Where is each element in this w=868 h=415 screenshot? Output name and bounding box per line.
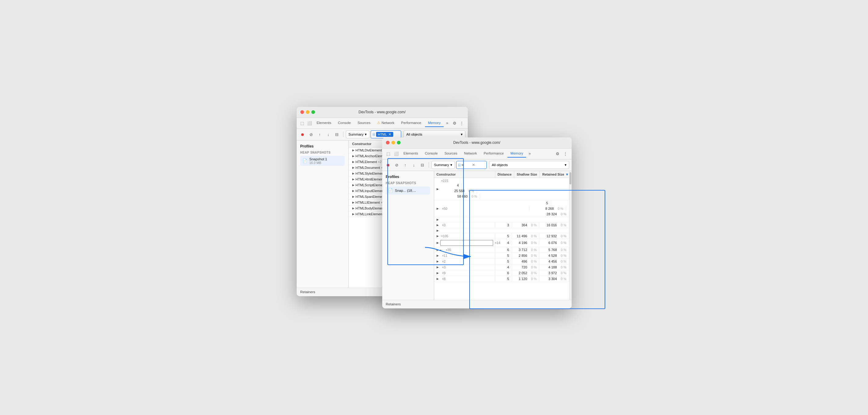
td-retained: 3 304 0 % xyxy=(539,276,569,282)
front-table-row[interactable]: ▶ ×9 6 2 052 0 % 3 972 0 % xyxy=(434,270,569,276)
snapshot-item-front[interactable]: 📄 Snap... (18.... xyxy=(386,187,430,194)
minimize-button-back[interactable] xyxy=(306,110,310,114)
snapshot-name-front: Snap... (18.... xyxy=(395,189,416,192)
tab-elements-back[interactable]: Elements xyxy=(313,119,334,127)
download-icon-front[interactable]: ↓ xyxy=(410,161,417,168)
front-table-row[interactable]: ▶ ×50 5 8 268 0 % 28 324 0 % xyxy=(434,200,569,217)
retained-pct: 0 % xyxy=(559,234,566,238)
tab-elements-front[interactable]: Elements xyxy=(401,150,421,158)
scrollbar-front[interactable] xyxy=(569,171,571,300)
front-table-row[interactable]: ▶ </span> <span class="count-badge" data… xyxy=(434,228,569,233)
front-table-row[interactable]: ▶ ×3 4 720 0 % 4 188 0 % xyxy=(434,264,569,270)
td-shallow: 1 120 0 % xyxy=(512,276,539,282)
inspect-icon-back[interactable]: ⬜ xyxy=(306,119,313,127)
summary-dropdown-back[interactable]: Summary ▾ xyxy=(346,130,369,138)
tab-sources-front[interactable]: Sources xyxy=(441,150,460,158)
tab-console-back[interactable]: Console xyxy=(335,119,354,127)
retained-pct: 0 % xyxy=(559,223,566,227)
objects-dropdown-front[interactable]: All objects ▾ xyxy=(489,161,569,169)
settings-icon-front[interactable]: ⚙ xyxy=(554,150,561,157)
close-button-back[interactable] xyxy=(300,110,304,114)
distance-val: 5 xyxy=(507,234,509,238)
td-retained: 16 016 0 % xyxy=(539,222,569,228)
front-table-row[interactable]: ▶ ×215 4 25 568 0 % 58 660 0 % xyxy=(434,178,569,200)
filter-tag-close-back[interactable]: ✕ xyxy=(388,132,392,136)
stop-icon-back[interactable]: ⊘ xyxy=(308,131,315,138)
front-table-row[interactable]: ▶ </span> <span class="count-badge" data… xyxy=(434,217,569,222)
td-constructor: ▶ ×3 xyxy=(434,264,495,270)
td-retained: 3 972 0 % xyxy=(539,270,569,276)
td-shallow: 25 568 0 % xyxy=(440,188,477,194)
filter-bar-front[interactable]: ⌸ ✕ xyxy=(456,161,487,169)
expand-arrow-icon: ▶ xyxy=(437,218,439,221)
distance-val: 5 xyxy=(507,254,509,257)
shallow-pct: 0 % xyxy=(529,223,536,227)
row-name: HTMLHtmlElement xyxy=(355,178,384,181)
expand-arrow-icon: ▶ xyxy=(437,234,439,237)
snapshot-item-back[interactable]: 📄 Snapshot 1 16.0 MB xyxy=(300,156,345,166)
clear-icon-front[interactable]: ⊟ xyxy=(419,161,426,168)
front-table-row[interactable]: ▶ ×11 5 2 856 0 % 4 528 0 % xyxy=(434,253,569,259)
cursor-icon-back[interactable]: ⬚ xyxy=(299,119,306,127)
distance-val: 4 xyxy=(507,265,509,269)
shallow-val: 25 568 xyxy=(454,189,465,193)
close-button-front[interactable] xyxy=(386,141,390,145)
snapshot-name-back: Snapshot 1 xyxy=(310,157,327,161)
tab-more-front[interactable]: » xyxy=(527,150,532,157)
tab-more-back[interactable]: » xyxy=(444,120,450,126)
snapshot-size-back: 16.0 MB xyxy=(310,161,327,165)
minimize-button-front[interactable] xyxy=(392,141,395,145)
record-icon-front[interactable]: ⏺ xyxy=(385,161,392,168)
shallow-pct: 0 % xyxy=(529,271,536,275)
more-icon-front[interactable]: ⋮ xyxy=(562,150,569,157)
tab-performance-front[interactable]: Performance xyxy=(480,150,507,158)
maximize-button-front[interactable] xyxy=(397,141,401,145)
record-icon-back[interactable]: ⏺ xyxy=(299,131,306,138)
tab-memory-back[interactable]: Memory xyxy=(425,119,444,127)
tab-network-back[interactable]: ⚠ Network xyxy=(374,119,397,127)
retainers-bar-front: Retainers xyxy=(382,300,571,309)
front-table-row[interactable]: ▶ ×3 3 364 0 % 16 016 0 % xyxy=(434,222,569,228)
row-count: ×50 xyxy=(441,207,447,211)
settings-icon-back[interactable]: ⚙ xyxy=(451,119,458,127)
clear-icon-back[interactable]: ⊟ xyxy=(333,131,341,138)
front-table-row[interactable]: ▶ ×2 5 496 0 % 4 456 0 % xyxy=(434,259,569,264)
cursor-icon-front[interactable]: ⬚ xyxy=(385,150,392,157)
expand-arrow: ▶ xyxy=(352,178,354,181)
more-icon-back[interactable]: ⋮ xyxy=(459,119,465,127)
stop-icon-front[interactable]: ⊘ xyxy=(393,161,401,168)
traffic-lights-front xyxy=(386,141,401,145)
tab-console-front[interactable]: Console xyxy=(422,150,440,158)
shallow-pct: 0 % xyxy=(529,260,536,263)
front-table-row[interactable]: ▶ ×35 6 3 712 0 % 5 768 0 % xyxy=(434,247,569,253)
toolbar-sep-back xyxy=(343,132,343,137)
front-table-row[interactable]: ▶ ×8 5 1 120 0 % 3 304 0 % xyxy=(434,276,569,282)
tab-performance-back[interactable]: Performance xyxy=(398,119,424,127)
front-table-row[interactable]: ▶ ×14 4 4 196 0 % 6 076 0 % xyxy=(434,239,569,247)
scrollbar-thumb-front[interactable] xyxy=(569,172,571,185)
tab-sources-back[interactable]: Sources xyxy=(354,119,373,127)
summary-dropdown-front[interactable]: Summary ▾ xyxy=(431,161,455,169)
tab-network-front[interactable]: Network xyxy=(461,150,480,158)
upload-icon-back[interactable]: ↑ xyxy=(316,131,323,138)
expand-arrow-icon: ▶ xyxy=(437,260,439,263)
front-table-row[interactable]: ▶ ×105 5 11 496 0 % 12 932 0 % xyxy=(434,233,569,239)
expand-arrow-icon: ▶ xyxy=(437,248,439,251)
scene: DevTools - www.google.com/ ⬚ ⬜ Elements … xyxy=(297,107,571,309)
download-icon-back[interactable]: ↓ xyxy=(325,131,332,138)
filter-clear-front[interactable]: ✕ xyxy=(472,163,475,167)
upload-icon-front[interactable]: ↑ xyxy=(402,161,409,168)
shallow-pct: 0 % xyxy=(529,234,536,238)
td-constructor: ▶ ×3 xyxy=(434,222,495,228)
inspect-icon-front[interactable]: ⬜ xyxy=(393,150,400,157)
maximize-button-back[interactable] xyxy=(311,110,315,114)
retained-pct: 0 % xyxy=(559,254,566,257)
td-shallow: 496 0 % xyxy=(512,259,539,264)
filter-input-front[interactable] xyxy=(462,163,471,167)
expand-arrow: ▶ xyxy=(352,155,354,158)
retained-pct: 0 % xyxy=(559,271,566,275)
row-name: ×35 xyxy=(440,248,451,252)
th-shallow: Shallow Size xyxy=(514,171,540,178)
snapshot-info-back: Snapshot 1 16.0 MB xyxy=(310,157,327,165)
tab-memory-front[interactable]: Memory xyxy=(507,150,526,158)
